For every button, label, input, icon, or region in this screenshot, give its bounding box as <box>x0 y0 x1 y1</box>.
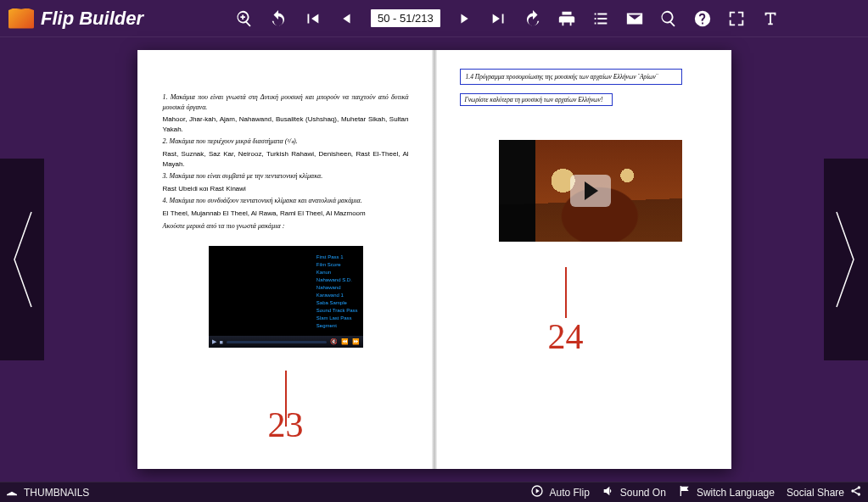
video-thumbnail[interactable] <box>499 140 682 242</box>
sound-icon <box>602 484 615 500</box>
page-text-line: Rast, Suznak, Saz Kar, Neirooz, Turkish … <box>163 149 409 169</box>
track-item[interactable]: Nahawand <box>316 285 358 290</box>
play-icon[interactable]: ▶ <box>212 338 216 345</box>
search-icon[interactable] <box>659 9 678 28</box>
track-item[interactable]: Slam Last Pass <box>316 315 358 321</box>
page-text-line: Mahoor, Jhar-kah, Ajam, Nahawand, Busali… <box>163 114 409 134</box>
page-text-line: 2. Μακάμια που περιέχουν μικρά διαστήματ… <box>163 137 409 147</box>
switch-language-button[interactable]: Switch Language <box>678 484 775 500</box>
footer-bar: THUMBNAILS Auto Flip Sound On Switch Lan… <box>0 482 868 502</box>
fullscreen-icon[interactable] <box>727 9 746 28</box>
next-page-icon[interactable] <box>456 9 474 28</box>
book-stage: 1. Μακάμια που είναι γνωστά στη Δυτική μ… <box>0 37 868 482</box>
page-left: 1. Μακάμια που είναι γνωστά στη Δυτική μ… <box>137 50 434 469</box>
page-text-line: Rast Ubeidi και Rast Kinawi <box>163 184 409 194</box>
page-number-left: 23 <box>268 404 304 445</box>
page-text-line: El Theel, Mujannab El Theel, Al Rawa, Ra… <box>163 209 409 219</box>
auto-flip-label: Auto Flip <box>549 487 589 499</box>
social-share-label: Social Share <box>787 487 844 499</box>
last-page-icon[interactable] <box>490 9 508 28</box>
first-page-icon[interactable] <box>303 9 322 28</box>
page-text-line: 1. Μακάμια που είναι γνωστά στη Δυτική μ… <box>163 92 409 112</box>
email-icon[interactable] <box>625 9 644 28</box>
prev-page-icon[interactable] <box>337 9 356 28</box>
page-counter[interactable]: 50 - 51/213 <box>371 9 440 27</box>
audio-player-widget[interactable]: First Pass 1Film ScoreKanunNahawand S.D.… <box>209 246 363 348</box>
track-item[interactable]: Film Score <box>316 262 358 267</box>
stop-icon[interactable]: ■ <box>220 339 223 345</box>
track-item[interactable]: Sound Track Pass <box>316 308 358 313</box>
toolbar-group: 50 - 51/213 <box>235 9 780 28</box>
toc-icon[interactable] <box>591 9 610 28</box>
book-spread: 1. Μακάμια που είναι γνωστά στη Δυτική μ… <box>137 50 731 469</box>
track-item[interactable]: Segment <box>316 323 358 328</box>
track-list: First Pass 1Film ScoreKanunNahawand S.D.… <box>316 254 358 328</box>
link-box-1[interactable]: 1.4 Πρόγραμμα προσομοίωσης της μουσικής … <box>460 69 682 85</box>
brand: Flip Builder <box>8 8 143 30</box>
ffwd-icon[interactable]: ⏩ <box>352 338 360 345</box>
brand-text: Flip Builder <box>41 8 143 30</box>
undo-icon[interactable] <box>269 9 288 28</box>
text-tool-icon[interactable] <box>761 9 780 28</box>
print-icon[interactable] <box>557 9 576 28</box>
page-right: 1.4 Πρόγραμμα προσομοίωσης της μουσικής … <box>434 50 731 469</box>
sound-button[interactable]: Sound On <box>602 484 666 500</box>
thumbnails-button[interactable]: THUMBNAILS <box>5 484 89 500</box>
flag-icon <box>678 484 692 500</box>
prev-edge-button[interactable] <box>0 159 44 360</box>
page-number-right: 24 <box>548 316 584 357</box>
thumbnails-label: THUMBNAILS <box>24 487 89 499</box>
track-item[interactable]: First Pass 1 <box>316 254 358 259</box>
track-item[interactable]: Kanun <box>316 270 358 275</box>
audio-controls[interactable]: ▶ ■ 🔇 ⏪ ⏩ <box>209 336 363 348</box>
help-icon[interactable] <box>693 9 712 28</box>
rewind-icon[interactable]: ⏪ <box>341 338 349 345</box>
switch-language-label: Switch Language <box>697 487 775 499</box>
zoom-in-icon[interactable] <box>235 9 254 28</box>
mute-icon[interactable]: 🔇 <box>330 338 338 345</box>
top-toolbar: Flip Builder 50 - 51/213 <box>0 0 868 37</box>
brand-icon <box>8 8 34 29</box>
callout-line <box>565 267 567 318</box>
link-box-2[interactable]: Γνωρίστε καλύτερα τη μουσική των αρχαίων… <box>460 93 613 106</box>
redo-icon[interactable] <box>524 9 542 28</box>
next-edge-button[interactable] <box>824 159 868 360</box>
track-item[interactable]: Karawand 1 <box>316 293 358 298</box>
social-share-button[interactable]: Social Share <box>787 484 863 500</box>
page-text-line: 4. Μακάμια που συνδυάζουν πεντατονική κλ… <box>163 196 409 206</box>
auto-flip-button[interactable]: Auto Flip <box>530 484 589 500</box>
track-item[interactable]: Nahawand S.D. <box>316 277 358 282</box>
sound-label: Sound On <box>620 487 666 499</box>
share-icon <box>849 484 863 500</box>
page-text-line: 3. Μακάμια που είναι συμβατά με την πεντ… <box>163 171 409 181</box>
play-button-icon[interactable] <box>570 175 611 207</box>
progress-slider[interactable] <box>227 341 327 343</box>
autoflip-icon <box>530 484 544 500</box>
page-text-line: Ακούστε μερικά από τα πιο γνωστά μακάμια… <box>163 221 409 231</box>
track-item[interactable]: Saba Sample <box>316 300 358 305</box>
thumbnails-icon <box>5 484 19 500</box>
